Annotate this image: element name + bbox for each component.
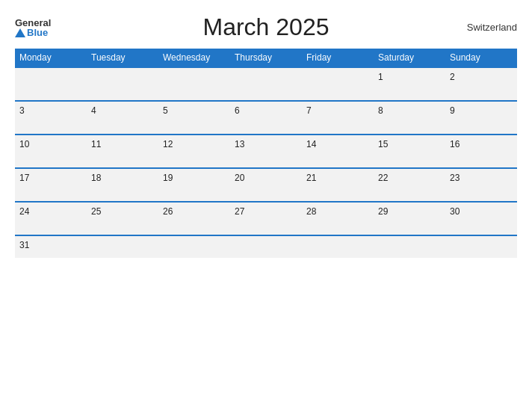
- calendar-header: General Blue March 2025 Switzerland: [15, 13, 517, 41]
- logo-general-text: General: [15, 18, 51, 28]
- calendar-day-cell: [15, 67, 87, 101]
- calendar-day-cell: [445, 235, 517, 258]
- calendar-day-cell: 28: [302, 202, 374, 235]
- day-number: 23: [450, 173, 460, 183]
- calendar-day-cell: 21: [302, 168, 374, 202]
- calendar-day-cell: 7: [302, 101, 374, 135]
- calendar-day-cell: [158, 67, 230, 101]
- col-tuesday: Tuesday: [87, 49, 158, 67]
- day-number: 31: [19, 240, 29, 250]
- logo-blue-text: Blue: [15, 28, 48, 37]
- calendar-day-cell: 17: [15, 168, 87, 202]
- day-number: 27: [235, 206, 244, 217]
- day-number: 7: [306, 105, 312, 116]
- calendar-day-cell: [87, 67, 158, 101]
- calendar-week-row: 12: [15, 67, 517, 101]
- day-number: 12: [163, 139, 173, 149]
- calendar-day-cell: 14: [302, 135, 374, 168]
- day-number: 18: [91, 173, 101, 183]
- calendar-day-cell: 4: [87, 101, 158, 135]
- day-number: 25: [91, 206, 101, 217]
- calendar-day-cell: 12: [158, 135, 230, 168]
- day-number: 19: [163, 173, 173, 183]
- col-saturday: Saturday: [374, 49, 445, 67]
- calendar-day-cell: 9: [445, 101, 517, 135]
- day-number: 29: [378, 206, 388, 217]
- calendar-day-cell: [302, 67, 374, 101]
- calendar-day-cell: 20: [230, 168, 302, 202]
- calendar-day-cell: 2: [445, 67, 517, 101]
- day-number: 3: [19, 105, 25, 116]
- calendar-day-cell: [374, 235, 445, 258]
- calendar-day-cell: 5: [158, 101, 230, 135]
- day-number: 30: [450, 206, 460, 217]
- calendar-day-cell: 26: [158, 202, 230, 235]
- day-number: 10: [19, 139, 29, 149]
- logo-triangle-icon: [15, 28, 25, 37]
- col-friday: Friday: [302, 49, 374, 67]
- day-number: 13: [235, 139, 244, 149]
- calendar: General Blue March 2025 Switzerland Mond…: [0, 0, 532, 411]
- day-number: 28: [306, 206, 316, 217]
- calendar-day-cell: 31: [15, 235, 87, 258]
- day-number: 21: [306, 173, 316, 183]
- calendar-day-cell: 16: [445, 135, 517, 168]
- day-number: 15: [378, 139, 388, 149]
- calendar-country: Switzerland: [450, 22, 517, 33]
- day-number: 16: [450, 139, 460, 149]
- calendar-day-cell: [230, 235, 302, 258]
- calendar-day-cell: 13: [230, 135, 302, 168]
- calendar-table: Monday Tuesday Wednesday Thursday Friday…: [15, 49, 517, 258]
- weekday-header-row: Monday Tuesday Wednesday Thursday Friday…: [15, 49, 517, 67]
- calendar-day-cell: 30: [445, 202, 517, 235]
- calendar-day-cell: 15: [374, 135, 445, 168]
- day-number: 11: [91, 139, 101, 149]
- col-monday: Monday: [15, 49, 87, 67]
- day-number: 17: [19, 173, 29, 183]
- col-sunday: Sunday: [445, 49, 517, 67]
- day-number: 2: [450, 72, 455, 82]
- day-number: 1: [378, 72, 383, 82]
- calendar-week-row: 31: [15, 235, 517, 258]
- calendar-day-cell: 19: [158, 168, 230, 202]
- calendar-day-cell: 29: [374, 202, 445, 235]
- day-number: 5: [163, 105, 168, 116]
- calendar-day-cell: 23: [445, 168, 517, 202]
- calendar-day-cell: 1: [374, 67, 445, 101]
- calendar-title: March 2025: [82, 13, 450, 41]
- calendar-week-row: 3456789: [15, 101, 517, 135]
- calendar-day-cell: [158, 235, 230, 258]
- day-number: 20: [235, 173, 244, 183]
- col-thursday: Thursday: [230, 49, 302, 67]
- calendar-day-cell: [230, 67, 302, 101]
- calendar-day-cell: 3: [15, 101, 87, 135]
- calendar-day-cell: [302, 235, 374, 258]
- logo: General Blue: [15, 18, 82, 37]
- calendar-day-cell: 27: [230, 202, 302, 235]
- day-number: 22: [378, 173, 388, 183]
- calendar-day-cell: 25: [87, 202, 158, 235]
- col-wednesday: Wednesday: [158, 49, 230, 67]
- day-number: 6: [235, 105, 240, 116]
- calendar-week-row: 24252627282930: [15, 202, 517, 235]
- day-number: 24: [19, 206, 29, 217]
- calendar-day-cell: 11: [87, 135, 158, 168]
- calendar-day-cell: 10: [15, 135, 87, 168]
- calendar-day-cell: 24: [15, 202, 87, 235]
- calendar-week-row: 17181920212223: [15, 168, 517, 202]
- day-number: 14: [306, 139, 316, 149]
- day-number: 8: [378, 105, 383, 116]
- calendar-day-cell: 22: [374, 168, 445, 202]
- day-number: 26: [163, 206, 173, 217]
- calendar-day-cell: 18: [87, 168, 158, 202]
- calendar-day-cell: 6: [230, 101, 302, 135]
- calendar-day-cell: 8: [374, 101, 445, 135]
- calendar-week-row: 10111213141516: [15, 135, 517, 168]
- day-number: 9: [450, 105, 455, 116]
- calendar-day-cell: [87, 235, 158, 258]
- day-number: 4: [91, 105, 96, 116]
